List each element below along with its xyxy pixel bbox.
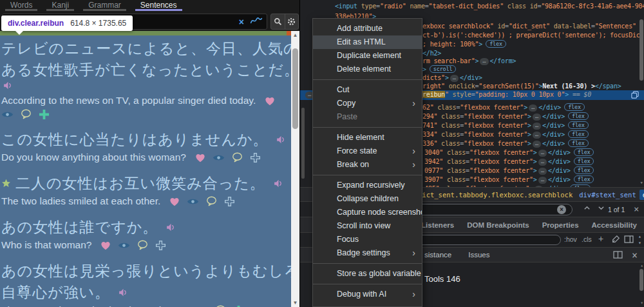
- breadcrumb-item[interactable]: dict_sent.tabbody.flexboxc.searchblock: [415, 190, 576, 200]
- expand-ellipsis-icon[interactable]: …: [538, 177, 547, 184]
- expand-ellipsis-icon[interactable]: …: [533, 123, 541, 130]
- find-previous-icon[interactable]: [583, 204, 591, 213]
- clear-search-icon[interactable]: ×: [239, 17, 244, 27]
- scrollbar-thumb[interactable]: [292, 48, 298, 129]
- speaker-icon[interactable]: [276, 135, 287, 144]
- flex-badge[interactable]: flex: [568, 121, 589, 129]
- visibility-eye-icon[interactable]: [118, 241, 130, 250]
- flex-badge[interactable]: flex: [564, 103, 585, 111]
- expand-ellipsis-icon[interactable]: …: [533, 132, 541, 139]
- expand-ellipsis-icon[interactable]: …: [533, 114, 541, 121]
- menu-item-force-state[interactable]: Force state›: [313, 144, 422, 158]
- menu-item-break-on[interactable]: Break on›: [313, 158, 422, 172]
- drawer-close-icon[interactable]: ×: [632, 250, 638, 261]
- sidebar-layout-icon[interactable]: [624, 235, 634, 244]
- menu-item-duplicate-element[interactable]: Duplicate element: [313, 49, 422, 63]
- dock-panel-icon[interactable]: [613, 251, 623, 260]
- expand-ellipsis-icon[interactable]: …: [538, 168, 547, 175]
- comment-bubble-icon[interactable]: [21, 109, 32, 119]
- expand-ellipsis-icon[interactable]: …: [538, 159, 547, 166]
- favorite-heart-icon[interactable]: [195, 153, 205, 163]
- tab-words[interactable]: Words: [5, 0, 37, 11]
- drawer-scroll-up-icon[interactable]: ▴: [640, 262, 643, 268]
- scroll-badge[interactable]: scroll: [430, 65, 457, 73]
- comment-bubble-icon[interactable]: [206, 196, 217, 206]
- menu-item-focus[interactable]: Focus: [313, 233, 422, 246]
- menu-item-capture-node-screenshot[interactable]: Capture node screenshot: [313, 206, 422, 219]
- favorite-heart-icon[interactable]: [169, 197, 180, 206]
- favorite-heart-icon[interactable]: [265, 96, 275, 106]
- menu-item-copy[interactable]: Copy›: [313, 97, 422, 110]
- scroll-down-icon[interactable]: ▼: [291, 299, 299, 307]
- brush-icon[interactable]: [611, 235, 620, 245]
- expand-ellipsis-icon[interactable]: …: [480, 58, 488, 65]
- menu-item-expand-recursively[interactable]: Expand recursively: [313, 179, 422, 192]
- sidebar-tab-dom-breakpoints[interactable]: DOM Breakpoints: [467, 221, 529, 229]
- visibility-eye-icon[interactable]: [187, 197, 199, 206]
- sidebar-tab-properties[interactable]: Properties: [542, 221, 579, 229]
- code-scrollbar-thumb[interactable]: [639, 19, 643, 81]
- add-plus-icon[interactable]: [155, 240, 166, 251]
- add-plus-icon[interactable]: [224, 196, 235, 207]
- visibility-eye-icon[interactable]: [1, 110, 14, 119]
- menu-item-store-as-global-variable[interactable]: Store as global variable: [313, 267, 422, 281]
- scroll-up-icon[interactable]: ▲: [291, 31, 299, 39]
- drawer-scrollbar-thumb[interactable]: [639, 269, 643, 291]
- breadcrumb-item[interactable]: div#stext_sent: [576, 190, 639, 200]
- page-scrollbar[interactable]: ▲ ▼: [291, 31, 299, 307]
- menu-item-add-attribute[interactable]: Add attribute: [313, 22, 422, 35]
- speaker-icon[interactable]: [118, 288, 129, 297]
- expand-ellipsis-icon[interactable]: …: [533, 141, 541, 148]
- flex-badge[interactable]: flex: [486, 40, 506, 48]
- code-scroll-down-icon[interactable]: ▾: [640, 179, 643, 186]
- toggle-class-button[interactable]: .cls: [582, 235, 592, 243]
- menu-item-cut[interactable]: Cut: [313, 83, 422, 97]
- expand-ellipsis-icon[interactable]: …: [538, 150, 547, 157]
- flex-badge[interactable]: flex: [568, 130, 589, 138]
- menu-item-delete-element[interactable]: Delete element: [313, 63, 422, 76]
- breadcrumb-item[interactable]: div.clear.reibun: [639, 190, 644, 200]
- tab-sentences[interactable]: Sentences: [135, 0, 182, 11]
- drawer-tab-issues[interactable]: Issues: [468, 251, 489, 259]
- flex-badge[interactable]: flex: [574, 157, 594, 165]
- handwriting-icon[interactable]: [250, 16, 263, 28]
- favorite-heart-icon[interactable]: [100, 241, 111, 250]
- find-close-icon[interactable]: ×: [634, 204, 639, 214]
- dom-node[interactable]: <input type="radio" name="tabset-dict_bo…: [300, 2, 644, 11]
- styles-scroll-arrows[interactable]: ▴▾: [638, 233, 641, 246]
- find-next-icon[interactable]: [598, 204, 605, 213]
- comment-bubble-icon[interactable]: [137, 240, 148, 250]
- flex-badge[interactable]: flex: [574, 148, 594, 156]
- add-plus-icon[interactable]: [250, 152, 261, 163]
- speaker-icon[interactable]: [166, 223, 176, 232]
- expand-ellipsis-icon[interactable]: …: [529, 104, 537, 112]
- visibility-eye-icon[interactable]: [213, 154, 225, 162]
- clear-find-icon[interactable]: ×: [557, 205, 566, 214]
- tab-grammar[interactable]: Grammar: [83, 0, 126, 11]
- expand-ellipsis-icon[interactable]: …: [450, 75, 459, 82]
- menu-item-debug-with-ai[interactable]: Debug with AI›: [313, 288, 422, 301]
- drawer-tab-sistance[interactable]: sistance: [424, 251, 451, 259]
- menu-item-hide-element[interactable]: Hide element: [313, 131, 422, 144]
- flex-badge[interactable]: flex: [568, 112, 589, 120]
- settings-gear-button[interactable]: [285, 14, 299, 29]
- menu-item-scroll-into-view[interactable]: Scroll into view: [313, 219, 422, 233]
- menu-item-edit-as-html[interactable]: Edit as HTML: [313, 35, 422, 49]
- menu-item-collapse-children[interactable]: Collapse children: [313, 192, 422, 206]
- speaker-icon[interactable]: [3, 81, 14, 90]
- tab-kanji[interactable]: Kanji: [46, 0, 74, 11]
- search-button[interactable]: [271, 14, 285, 29]
- flex-badge[interactable]: flex: [574, 166, 594, 174]
- add-plus-icon[interactable]: [39, 109, 50, 120]
- toggle-hover-button[interactable]: :hov: [564, 235, 577, 243]
- speaker-icon[interactable]: [273, 179, 284, 188]
- flex-badge[interactable]: flex: [568, 139, 589, 147]
- comment-bubble-icon[interactable]: [232, 152, 243, 163]
- menu-item-badge-settings[interactable]: Badge settings›: [313, 246, 422, 260]
- flex-badge[interactable]: flex: [574, 175, 594, 183]
- drawer-scroll-down-icon[interactable]: ▾: [640, 300, 643, 306]
- sidebar-tab-accessibility[interactable]: Accessibility: [592, 221, 637, 229]
- new-style-rule-button[interactable]: +: [598, 233, 603, 244]
- copy-node-icon[interactable]: [631, 91, 639, 101]
- add-plus-icon[interactable]: [233, 305, 244, 307]
